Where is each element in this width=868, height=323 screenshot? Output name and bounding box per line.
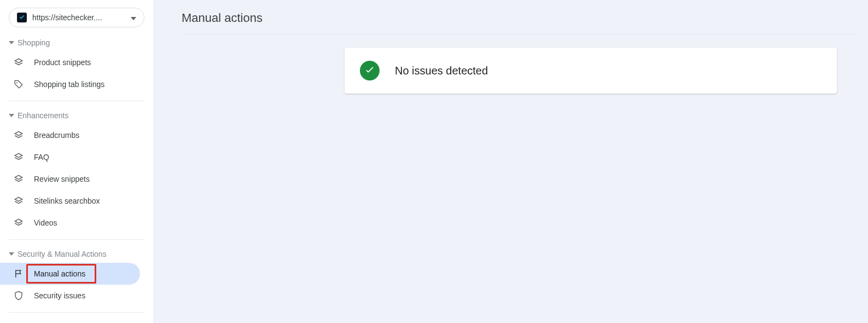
- sidebar-item-faq[interactable]: FAQ: [0, 146, 140, 168]
- layers-icon: [13, 130, 24, 141]
- status-message: No issues detected: [395, 65, 488, 77]
- divider: [9, 239, 144, 240]
- chevron-down-icon: [131, 13, 136, 22]
- sidebar-item-product-snippets[interactable]: Product snippets: [0, 51, 140, 73]
- section-header-security-manual-actions[interactable]: Security & Manual Actions: [0, 245, 153, 263]
- nav-label: Videos: [34, 218, 57, 227]
- page-header: Manual actions: [182, 0, 857, 34]
- nav-label: Review snippets: [34, 175, 90, 183]
- divider: [9, 312, 144, 313]
- sidebar-item-videos[interactable]: Videos: [0, 212, 140, 234]
- layers-icon: [13, 217, 24, 228]
- nav-label: Security issues: [34, 291, 85, 300]
- status-card: No issues detected: [345, 48, 837, 94]
- section-header-shopping[interactable]: Shopping: [0, 34, 153, 51]
- sidebar-item-sitelinks-searchbox[interactable]: Sitelinks searchbox: [0, 190, 140, 212]
- sidebar-item-review-snippets[interactable]: Review snippets: [0, 168, 140, 190]
- page-title: Manual actions: [182, 11, 857, 25]
- check-circle-icon: [360, 61, 380, 80]
- tag-icon: [13, 79, 24, 90]
- property-url: https://sitechecker....: [32, 13, 125, 22]
- nav-label: Breadcrumbs: [34, 131, 79, 140]
- shield-icon: [13, 290, 24, 301]
- layers-icon: [13, 152, 24, 163]
- section-title: Enhancements: [18, 111, 68, 120]
- nav-label: Manual actions: [34, 269, 85, 278]
- nav-label: FAQ: [34, 153, 49, 162]
- sidebar-item-breadcrumbs[interactable]: Breadcrumbs: [0, 124, 140, 146]
- sidebar-item-security-issues[interactable]: Security issues: [0, 285, 140, 307]
- section-title: Shopping: [18, 38, 50, 47]
- main-content: Manual actions No issues detected: [153, 0, 868, 323]
- nav-label: Sitelinks searchbox: [34, 197, 100, 205]
- nav-label: Product snippets: [34, 58, 91, 67]
- caret-down-icon: [9, 114, 14, 117]
- layers-icon: [13, 174, 24, 184]
- sidebar-item-shopping-tab-listings[interactable]: Shopping tab listings: [0, 73, 140, 95]
- flag-icon: [13, 268, 24, 279]
- caret-down-icon: [9, 41, 14, 44]
- nav-label: Shopping tab listings: [34, 80, 104, 89]
- sidebar-item-manual-actions[interactable]: Manual actions: [0, 263, 140, 285]
- divider: [9, 101, 144, 101]
- layers-icon: [13, 57, 24, 68]
- section-header-enhancements[interactable]: Enhancements: [0, 107, 153, 124]
- svg-point-0: [16, 82, 18, 83]
- sidebar: https://sitechecker.... Shopping Product…: [0, 0, 153, 323]
- layers-icon: [13, 195, 24, 206]
- site-favicon: [17, 13, 27, 22]
- property-selector[interactable]: https://sitechecker....: [9, 8, 144, 27]
- caret-down-icon: [9, 252, 14, 256]
- section-title: Security & Manual Actions: [18, 250, 107, 258]
